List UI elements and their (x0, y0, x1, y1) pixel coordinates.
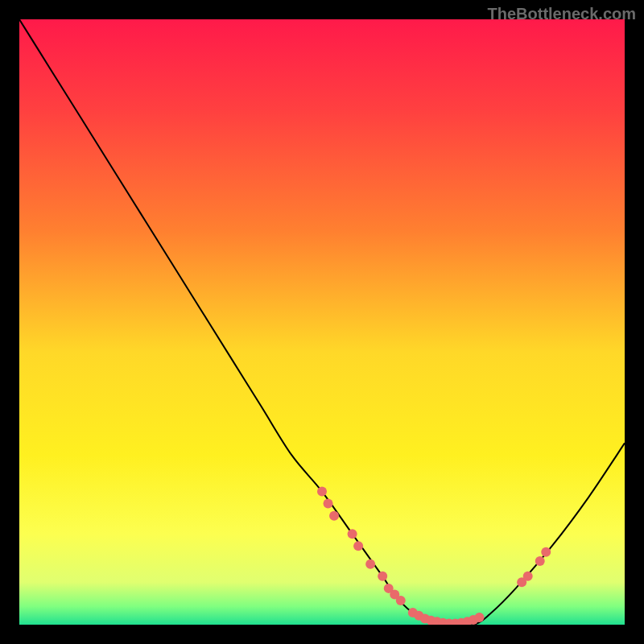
watermark-text: TheBottleneck.com (488, 5, 636, 23)
data-marker (353, 541, 363, 551)
data-marker (541, 547, 551, 557)
chart-curve-layer (19, 19, 625, 625)
data-marker (329, 511, 339, 521)
data-marker (317, 487, 327, 497)
data-marker (523, 572, 533, 581)
data-marker (348, 529, 357, 539)
data-marker (475, 613, 485, 622)
data-marker (324, 499, 333, 509)
data-marker (378, 572, 387, 581)
data-marker (396, 596, 406, 605)
chart-plot-area (19, 19, 625, 625)
data-markers (317, 487, 551, 625)
data-marker (365, 559, 375, 569)
bottleneck-curve (19, 19, 625, 625)
data-marker (535, 556, 545, 566)
